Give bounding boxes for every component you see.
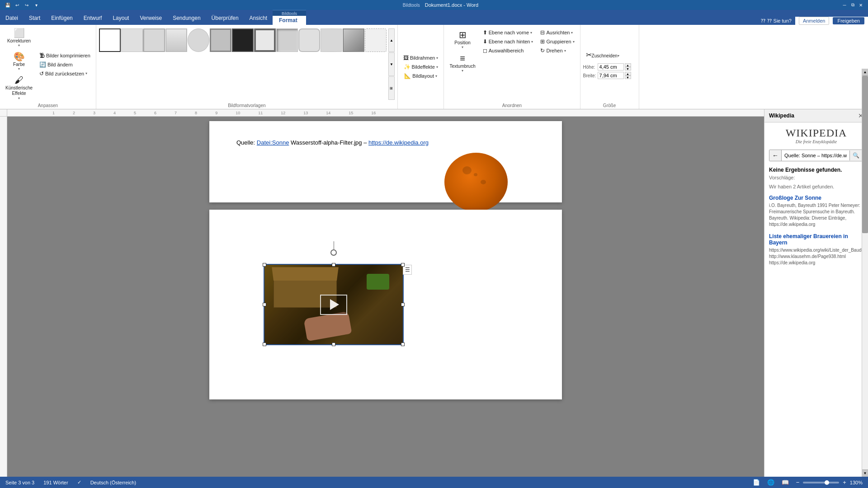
img-style-black[interactable] xyxy=(232,28,254,52)
source-file-link[interactable]: Datei:Sonne xyxy=(257,139,289,146)
wiki-result-1-title[interactable]: Großloge Zur Sonne xyxy=(769,195,863,201)
breite-spinners: ▲ ▼ xyxy=(625,72,631,79)
ebene-nach-hinten-button[interactable]: ⬇ Ebene nach hinten ▾ xyxy=(480,38,536,46)
save-button[interactable]: 💾 xyxy=(4,1,12,9)
wiki-result-2-title[interactable]: Liste ehemaliger Brauereien in Bayern xyxy=(769,233,863,246)
scroll-down-button[interactable]: ▼ xyxy=(862,469,868,477)
handle-middle-right[interactable] xyxy=(401,303,405,306)
sun-image-container[interactable] xyxy=(444,153,517,216)
img-style-perspective[interactable] xyxy=(321,28,342,52)
zoom-in-button[interactable]: + xyxy=(842,478,847,487)
tab-datei[interactable]: Datei xyxy=(0,11,24,25)
hohe-up[interactable]: ▲ xyxy=(625,63,631,67)
img-style-frame2[interactable] xyxy=(210,28,231,52)
img-style-frame3[interactable] xyxy=(254,28,276,52)
bildeffekte-button[interactable]: ✨ Bildeffekte ▾ xyxy=(401,63,441,71)
breite-input[interactable] xyxy=(598,72,624,79)
tab-sendungen[interactable]: Sendungen xyxy=(167,11,206,25)
zuschneiden-button[interactable]: ✂ Zuschneiden ▾ xyxy=(583,50,622,61)
img-style-soft[interactable] xyxy=(365,28,387,52)
ausrichten-button[interactable]: ⊟ Ausrichten ▾ xyxy=(538,28,577,37)
tab-uberpruefen[interactable]: Überprüfen xyxy=(206,11,244,25)
ebene-nach-vorne-button[interactable]: ⬆ Ebene nach vorne ▾ xyxy=(480,28,536,37)
video-element[interactable]: ☰ xyxy=(264,264,404,345)
tab-format[interactable]: Format xyxy=(273,16,306,25)
hohe-down[interactable]: ▼ xyxy=(625,67,631,70)
handle-top-center[interactable] xyxy=(332,263,335,267)
bildlayout-label: Bildlayout xyxy=(412,73,434,79)
wiki-back-button[interactable]: ← xyxy=(769,150,782,161)
img-style-bevel[interactable] xyxy=(276,28,298,52)
farbe-button[interactable]: 🎨 Farbe ▾ xyxy=(3,50,35,73)
view-web-button[interactable]: 🌐 xyxy=(766,478,775,487)
bild-andern-button[interactable]: 🔄 Bild ändern xyxy=(37,61,93,69)
tab-verweise[interactable]: Verweise xyxy=(134,11,167,25)
breite-down[interactable]: ▼ xyxy=(625,75,631,79)
source-url-link[interactable]: https://de.wikipedia.org xyxy=(368,139,429,146)
bildtools-label: Bildtools xyxy=(273,10,306,16)
gallery-scroll-more[interactable]: ⊞ xyxy=(388,76,395,100)
zoom-out-button[interactable]: − xyxy=(795,478,801,487)
redo-button[interactable]: ↪ xyxy=(23,1,31,9)
tab-start[interactable]: Start xyxy=(24,11,46,25)
qs-dropdown-button[interactable]: ▾ xyxy=(32,1,40,9)
bild-zurucksetzen-button[interactable]: ↺ Bild zurücksetzen ▾ xyxy=(37,70,93,78)
wiki-scrollbar[interactable]: ▲ ▼ xyxy=(862,69,868,477)
bilder-komprimieren-button[interactable]: 🗜 Bilder komprimieren xyxy=(37,52,93,60)
freigeben-button[interactable]: Freigeben xyxy=(833,17,864,24)
breite-up[interactable]: ▲ xyxy=(625,72,631,75)
drehen-button[interactable]: ↻ Drehen ▾ xyxy=(538,47,577,55)
tab-einfuegen[interactable]: Einfügen xyxy=(46,11,78,25)
zoom-thumb[interactable] xyxy=(825,480,829,485)
handle-bottom-center[interactable] xyxy=(332,343,335,346)
help-search[interactable]: ⁇ ⁇ Sie tun? xyxy=(757,17,795,25)
tab-layout[interactable]: Layout xyxy=(107,11,134,25)
handle-bottom-right[interactable] xyxy=(401,343,405,346)
rotation-handle[interactable] xyxy=(330,241,337,256)
gruppieren-button[interactable]: ⊞ Gruppieren ▾ xyxy=(538,38,577,46)
img-style-rounded[interactable] xyxy=(298,28,320,52)
hohe-input[interactable] xyxy=(598,63,624,70)
kunstlerische-button[interactable]: 🖌 KünstlerischeEffekte ▾ xyxy=(3,74,35,102)
position-button[interactable]: ⊞ Position ▾ xyxy=(447,28,478,51)
wiki-content[interactable]: WIKIPEDIA Die freie Enzyklopädie ← 🔍 ▾ K… xyxy=(764,122,868,488)
handle-top-left[interactable] xyxy=(263,263,266,267)
img-style-reflect[interactable] xyxy=(165,28,187,52)
img-style-oval[interactable] xyxy=(188,28,209,52)
bildlayout-button[interactable]: 📐 Bildlayout ▾ xyxy=(401,72,440,80)
close-button[interactable]: ✕ xyxy=(857,1,864,9)
gallery-scroll-up[interactable]: ▲ xyxy=(388,28,395,52)
anmelden-button[interactable]: Anmelden xyxy=(799,17,830,25)
minimize-button[interactable]: ─ xyxy=(841,1,848,9)
ribbon-group-anpassen: ⬜ Korrekturen ▾ 🎨 Farbe ▾ 🖌 Künstlerisch… xyxy=(0,25,96,109)
grosse-group-label: Größe xyxy=(583,102,636,108)
view-read-button[interactable]: 📖 xyxy=(781,478,790,487)
textumbruch-button[interactable]: ≡ Textumbruch ▾ xyxy=(447,52,478,75)
video-thumbnail-bg xyxy=(264,265,403,344)
wiki-search-button[interactable]: 🔍 xyxy=(849,150,862,160)
gallery-scroll-down[interactable]: ▼ xyxy=(388,52,395,76)
auswahlbereich-button[interactable]: ◻ Auswahlbereich xyxy=(480,47,536,55)
handle-top-right[interactable] xyxy=(401,263,405,267)
doc-page-main: ☰ xyxy=(209,210,562,399)
undo-button[interactable]: ↩ xyxy=(13,1,21,9)
img-style-shadow[interactable] xyxy=(121,28,143,52)
img-style-metal[interactable] xyxy=(343,28,364,52)
img-style-plain[interactable] xyxy=(99,28,121,52)
korrekturen-button[interactable]: ⬜ Korrekturen ▾ xyxy=(3,27,35,49)
scroll-thumb[interactable] xyxy=(862,76,868,233)
handle-bottom-left[interactable] xyxy=(263,343,266,346)
handle-middle-left[interactable] xyxy=(263,303,266,306)
img-style-frame1[interactable] xyxy=(143,28,165,52)
wiki-result-1-desc: i.O. Bayreuth, Bayreuth 1991 Peter Nemey… xyxy=(769,202,863,228)
tab-ansicht[interactable]: Ansicht xyxy=(244,11,273,25)
scroll-up-button[interactable]: ▲ xyxy=(862,69,868,76)
document-container[interactable]: 12345678910111213141516 Quelle: Datei:So… xyxy=(7,109,764,488)
tab-entwurf[interactable]: Entwurf xyxy=(78,11,108,25)
play-button[interactable] xyxy=(320,295,347,315)
wiki-search-input[interactable] xyxy=(782,151,849,160)
restore-button[interactable]: ⧉ xyxy=(849,1,856,9)
zoom-slider[interactable] xyxy=(803,482,839,483)
view-print-button[interactable]: 📄 xyxy=(752,478,761,487)
bildrahmen-button[interactable]: 🖼 Bildrahmen ▾ xyxy=(401,54,441,62)
